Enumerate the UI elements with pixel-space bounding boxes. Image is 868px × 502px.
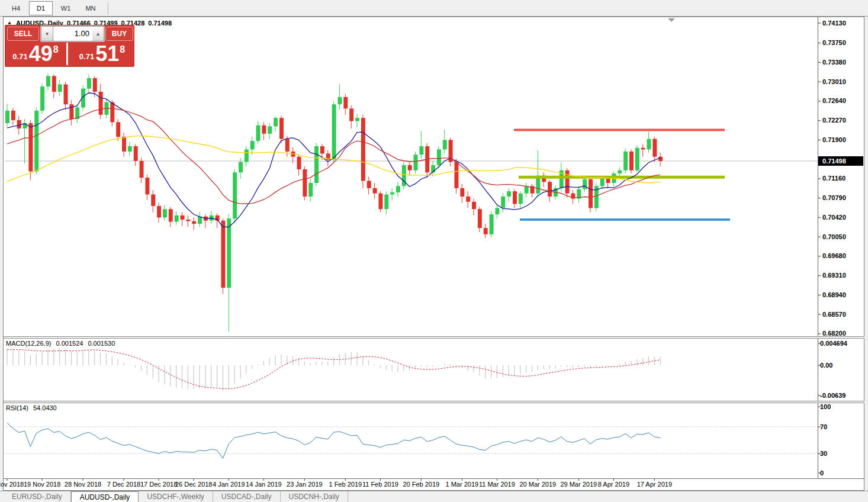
price-axis-label: 0.70420: [822, 214, 864, 221]
sell-button[interactable]: SELL: [7, 27, 39, 41]
price-axis-label: 0.69680: [822, 252, 864, 259]
symbol-tab-audusd[interactable]: AUDUSD-,Daily: [71, 491, 139, 502]
volume-input[interactable]: 1.00: [53, 26, 92, 41]
timeframe-tab-h4[interactable]: H4: [4, 1, 28, 15]
price-axis-label: 0.70790: [822, 194, 864, 201]
price-axis-label: 0.68570: [822, 311, 864, 318]
trade-panel-controls: SELL ▼ 1.00 ▲ BUY: [5, 25, 134, 41]
macd-axis-label: -0.00639: [820, 392, 861, 399]
volume-decrease-button[interactable]: ▼: [41, 26, 53, 41]
buy-button[interactable]: BUY: [105, 27, 133, 41]
price-axis-label: 0.71160: [822, 175, 864, 182]
price-axis-label: 0.74130: [822, 20, 864, 27]
ohlc-close: 0.71498: [148, 20, 172, 27]
rsi-axis-label: 0: [820, 469, 861, 477]
sell-price-pip: 8: [53, 44, 59, 55]
price-axis-border: [818, 17, 818, 478]
price-axis-label: 0.73750: [822, 39, 864, 46]
volume-spinner: ▼ 1.00 ▲: [40, 25, 105, 42]
price-chart-canvas[interactable]: [0, 0, 868, 502]
symbol-tab-eurusd[interactable]: EURUSD-,Daily: [4, 491, 71, 502]
trading-terminal: H4D1W1MN ▲ AUDUSD-,Daily 0.71466 0.71499…: [0, 0, 868, 502]
timeframe-tab-bar: H4D1W1MN: [0, 0, 868, 17]
price-axis-label: 0.73010: [822, 78, 864, 85]
price-axis-label: 0.73380: [822, 59, 864, 66]
rsi-axis-label: 100: [820, 403, 861, 410]
macd-indicator-label: MACD(12,26,9) 0.001524 0.001530: [6, 340, 118, 347]
symbol-tab-bar: EURUSD-,DailyAUDUSD-,DailyUSDCHF-,Weekly…: [0, 491, 868, 502]
buy-price-display[interactable]: 0.71 51 8: [70, 43, 134, 65]
rsi-indicator-label: RSI(14) 54.0430: [6, 404, 60, 411]
buy-price-prefix: 0.71: [79, 52, 94, 61]
sell-price-prefix: 0.71: [12, 52, 27, 61]
buy-price-big: 51: [95, 44, 119, 63]
current-price-box: 0.71498: [818, 156, 863, 166]
price-axis-label: 0.70050: [822, 233, 864, 240]
symbol-tab-usdchf[interactable]: USDCHF-,Weekly: [139, 491, 213, 502]
symbol-tab-usdcad[interactable]: USDCAD-,Daily: [213, 491, 281, 502]
timeframe-tab-d1[interactable]: D1: [29, 1, 53, 15]
date-axis-label: 17 Apr 2019: [631, 481, 678, 488]
price-axis-label: 0.72640: [822, 97, 864, 104]
macd-axis-label: 0.004694: [820, 340, 861, 347]
price-axis-label: 0.71900: [822, 136, 864, 143]
macd-name: MACD(12,26,9): [6, 340, 51, 347]
panel-splitter-macd[interactable]: [4, 336, 864, 339]
rsi-name: RSI(14): [6, 404, 28, 411]
macd-axis-label: 0.00: [820, 362, 861, 369]
price-axis-label: 0.72270: [822, 117, 864, 124]
toolbar-divider: [108, 2, 108, 14]
sell-price-display[interactable]: 0.71 49 8: [5, 43, 68, 65]
buy-price-pip: 8: [120, 44, 125, 55]
date-axis-border: [4, 478, 864, 479]
macd-value-2: 0.001530: [88, 340, 115, 347]
panel-splitter-rsi[interactable]: [4, 401, 864, 403]
rsi-value: 54.0430: [33, 404, 57, 411]
timeframe-tab-mn[interactable]: MN: [79, 1, 102, 15]
rsi-axis-label: 70: [820, 423, 861, 430]
macd-value-1: 0.001524: [56, 340, 83, 347]
timeframe-tabs: H4D1W1MN: [4, 1, 104, 15]
rsi-axis-label: 30: [820, 450, 861, 457]
timeframe-tab-w1[interactable]: W1: [54, 1, 78, 15]
price-axis-label: 0.69310: [822, 272, 864, 279]
volume-increase-button[interactable]: ▲: [92, 26, 104, 41]
price-axis-label: 0.68940: [822, 291, 864, 298]
one-click-trade-panel: SELL ▼ 1.00 ▲ BUY 0.71 49 8 0.71 51 8: [5, 25, 134, 67]
sell-price-big: 49: [29, 44, 53, 63]
symbol-tab-usdcnh[interactable]: USDCNH-,Daily: [281, 491, 348, 502]
